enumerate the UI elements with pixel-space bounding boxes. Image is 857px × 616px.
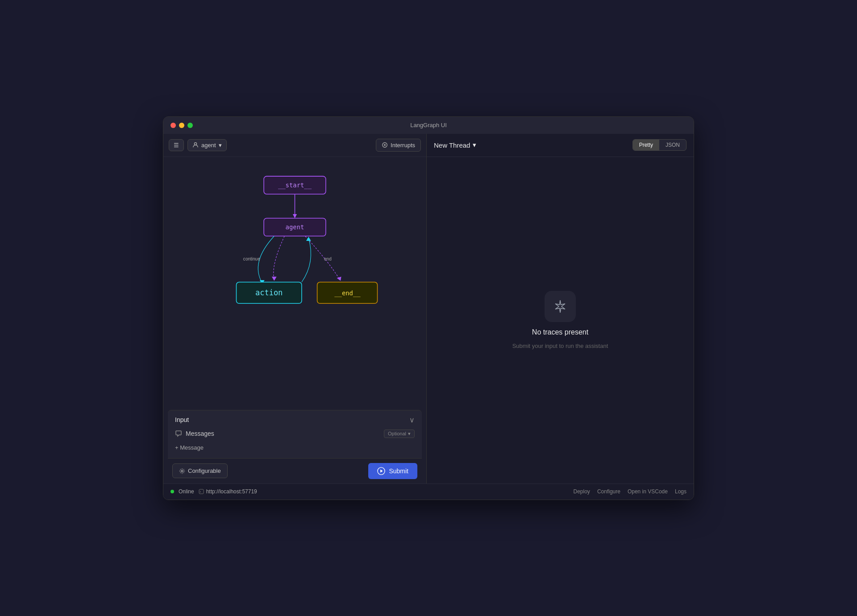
agent-node-label: agent xyxy=(286,223,304,230)
optional-text: Optional xyxy=(388,431,406,436)
url-text: http://localhost:57719 xyxy=(206,488,257,495)
start-node-label: __start__ xyxy=(278,181,312,189)
svg-marker-7 xyxy=(272,277,277,281)
sidebar-toggle-button[interactable]: ☰ xyxy=(169,139,184,151)
pretty-view-button[interactable]: Pretty xyxy=(633,140,659,150)
no-traces-title: No traces present xyxy=(532,328,588,336)
svg-marker-14 xyxy=(381,469,383,472)
terminal-icon xyxy=(199,489,204,494)
gear-icon xyxy=(179,468,185,474)
input-collapse-button[interactable]: ∨ xyxy=(409,416,415,424)
deploy-link[interactable]: Deploy xyxy=(574,488,590,495)
end-edge-label: end xyxy=(324,256,332,261)
interrupts-button[interactable]: Interrupts xyxy=(376,139,421,152)
svg-marker-10 xyxy=(306,236,311,240)
input-title: Input xyxy=(175,416,189,423)
optional-badge: Optional ▾ xyxy=(384,430,415,438)
right-content: No traces present Submit your input to r… xyxy=(427,157,694,484)
messages-label: Messages xyxy=(175,430,214,437)
submit-icon xyxy=(377,467,385,475)
titlebar: LangGraph UI xyxy=(163,117,694,134)
right-toolbar: New Thread ▾ Pretty JSON xyxy=(427,134,694,157)
svg-point-12 xyxy=(181,470,183,471)
thread-title-text: New Thread xyxy=(434,141,470,149)
json-view-button[interactable]: JSON xyxy=(659,140,686,150)
url-display: http://localhost:57719 xyxy=(199,488,257,495)
thread-title: New Thread ▾ xyxy=(434,141,476,149)
traffic-lights xyxy=(171,123,193,128)
configure-link[interactable]: Configure xyxy=(597,488,620,495)
bottom-actions: Configurable Submit xyxy=(168,458,422,484)
interrupts-icon xyxy=(382,142,388,148)
logs-link[interactable]: Logs xyxy=(675,488,686,495)
optional-chevron-icon: ▾ xyxy=(408,431,411,437)
add-message-button[interactable]: + Message xyxy=(175,442,204,453)
submit-button[interactable]: Submit xyxy=(368,463,417,479)
window-title: LangGraph UI xyxy=(410,122,447,128)
thread-chevron-icon: ▾ xyxy=(473,141,476,149)
graph-area: __start__ agent continue xyxy=(163,157,426,406)
configurable-button[interactable]: Configurable xyxy=(172,463,228,478)
svg-rect-15 xyxy=(199,489,204,494)
input-panel: Input ∨ Messages Optional ▾ xyxy=(168,410,422,458)
action-node-label: action xyxy=(255,288,283,297)
agent-selector-button[interactable]: agent ▾ xyxy=(187,139,227,151)
input-header: Input ∨ xyxy=(175,416,415,424)
app-window: LangGraph UI ☰ agent ▾ xyxy=(163,116,694,500)
close-button[interactable] xyxy=(171,123,176,128)
messages-row: Messages Optional ▾ xyxy=(175,430,415,438)
status-bar: Online http://localhost:57719 Deploy Con… xyxy=(163,484,694,500)
sparkle-icon-container xyxy=(545,291,576,322)
agent-chevron-icon: ▾ xyxy=(219,142,222,149)
online-indicator xyxy=(171,490,174,493)
message-icon xyxy=(175,430,182,437)
status-links: Deploy Configure Open in VSCode Logs xyxy=(574,488,686,495)
interrupts-label: Interrupts xyxy=(391,142,415,149)
continue-label: continue xyxy=(243,256,260,261)
online-label: Online xyxy=(179,488,194,495)
left-toolbar: ☰ agent ▾ Interrupts xyxy=(163,134,426,157)
agent-icon xyxy=(192,142,199,148)
sidebar-icon: ☰ xyxy=(174,142,179,149)
messages-field-label: Messages xyxy=(186,430,214,437)
no-traces-subtitle: Submit your input to run the assistant xyxy=(512,343,608,349)
sparkle-icon xyxy=(552,298,568,314)
view-toggle: Pretty JSON xyxy=(632,139,686,151)
svg-marker-8 xyxy=(337,277,341,281)
add-message-label: + Message xyxy=(175,444,204,451)
right-panel: New Thread ▾ Pretty JSON No traces prese… xyxy=(427,134,694,484)
maximize-button[interactable] xyxy=(187,123,193,128)
graph-svg: __start__ agent continue xyxy=(172,166,417,331)
configurable-label: Configurable xyxy=(188,467,221,474)
open-vscode-link[interactable]: Open in VSCode xyxy=(628,488,668,495)
main-content: ☰ agent ▾ Interrupts xyxy=(163,134,694,484)
submit-label: Submit xyxy=(389,467,408,475)
svg-marker-4 xyxy=(293,214,297,218)
agent-label: agent xyxy=(201,142,216,149)
minimize-button[interactable] xyxy=(179,123,184,128)
end-node-label: __end__ xyxy=(334,289,361,297)
left-panel: ☰ agent ▾ Interrupts xyxy=(163,134,427,484)
svg-point-0 xyxy=(194,143,196,145)
